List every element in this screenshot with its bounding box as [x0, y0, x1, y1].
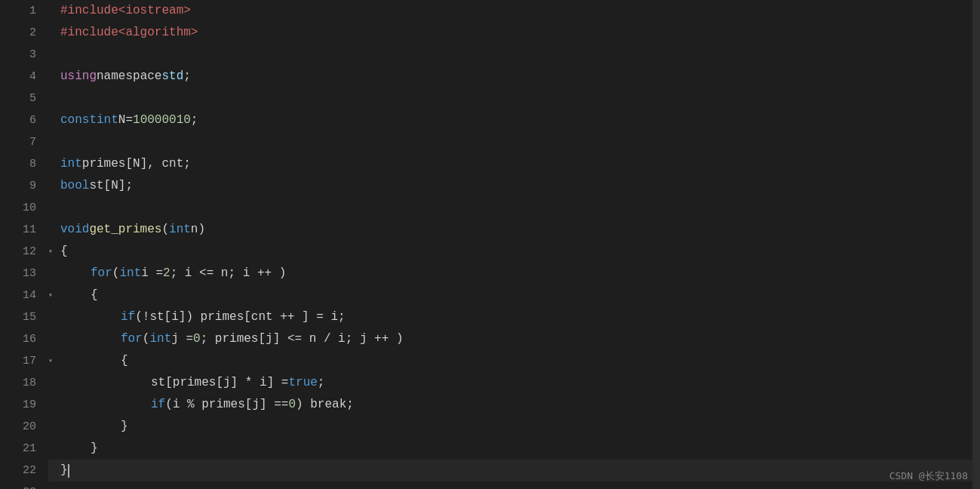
line-number: 1 — [18, 0, 36, 22]
token: i = — [141, 263, 163, 284]
token: 10000010 — [133, 109, 191, 131]
line-number: 15 — [18, 306, 36, 328]
code-editor: 1234567891011121314151617181920212223 #i… — [0, 0, 980, 489]
token: } — [121, 416, 128, 438]
token: 2 — [163, 263, 171, 284]
token: primes[N], cnt; — [82, 153, 191, 175]
code-line: const int N= 10000010; — [48, 109, 980, 131]
token: st[primes[j] * i] = — [151, 372, 288, 394]
line-number: 14 — [18, 284, 36, 306]
fold-arrow[interactable] — [48, 350, 60, 372]
code-line: #include <algorithm> — [48, 22, 980, 44]
token: bool — [60, 175, 89, 197]
line-number: 22 — [18, 460, 36, 481]
token: int — [149, 328, 171, 350]
token: int — [97, 109, 118, 131]
token: { — [60, 241, 68, 263]
token: ( — [143, 328, 150, 350]
fold-arrow[interactable] — [48, 241, 60, 263]
token: if — [151, 394, 165, 416]
token: } — [60, 460, 68, 481]
code-line — [48, 197, 980, 219]
line-number: 20 — [18, 416, 36, 438]
token: { — [91, 284, 98, 306]
token: st[N]; — [89, 175, 133, 197]
token: ; i <= n; i ++ ) — [171, 263, 287, 284]
line-number: 2 — [18, 22, 36, 44]
code-line: using namespace std; — [48, 66, 980, 88]
token: ; — [191, 109, 198, 131]
line-number: 23 — [18, 481, 36, 489]
token: const — [60, 109, 97, 131]
token: int — [60, 153, 82, 175]
token: (!st[i]) primes[cnt ++ ] = i; — [135, 306, 345, 328]
line-number: 17 — [18, 350, 36, 372]
token: ; — [318, 372, 325, 394]
line-number: 3 — [18, 44, 36, 66]
token: int — [169, 219, 191, 241]
code-line — [48, 131, 980, 153]
line-number: 11 — [18, 219, 36, 241]
token: ( — [161, 219, 169, 241]
token: namespace — [97, 66, 161, 88]
token: j = — [171, 328, 193, 350]
token: 0 — [193, 328, 201, 350]
token: { — [121, 350, 128, 372]
line-number: 13 — [18, 263, 36, 284]
token: ; primes[j] <= n / i; j ++ ) — [201, 328, 404, 350]
line-number: 10 — [18, 197, 36, 219]
token: #include — [60, 22, 118, 44]
watermark: CSDN @长安1108 — [889, 469, 968, 483]
line-number: 6 — [18, 109, 36, 131]
token: get_primes — [89, 219, 161, 241]
text-cursor — [68, 464, 69, 478]
code-line: bool st[N]; — [48, 175, 980, 197]
code-area: 1234567891011121314151617181920212223 #i… — [0, 0, 980, 489]
line-number: 19 — [18, 394, 36, 416]
token: for — [91, 263, 112, 284]
token: int — [119, 263, 141, 284]
token: void — [60, 219, 89, 241]
token: <algorithm> — [118, 22, 198, 44]
line-number: 18 — [18, 372, 36, 394]
token: ) break; — [296, 394, 354, 416]
code-line: #include <iostream> — [48, 0, 980, 22]
token: for — [121, 328, 143, 350]
code-line: void get_primes(int n) — [48, 219, 980, 241]
fold-arrow[interactable] — [48, 284, 60, 306]
line-number: 21 — [18, 438, 36, 460]
token: #include — [60, 0, 118, 22]
code-line — [48, 481, 980, 489]
token: if — [121, 306, 135, 328]
line-number: 5 — [18, 88, 36, 109]
line-number: 16 — [18, 328, 36, 350]
code-line: } — [48, 438, 980, 460]
code-line: if (i % primes[j] == 0) break; — [48, 394, 980, 416]
code-line: } — [48, 416, 980, 438]
token: N= — [118, 109, 133, 131]
line-numbers: 1234567891011121314151617181920212223 — [0, 0, 45, 489]
code-line: st[primes[j] * i] = true; — [48, 372, 980, 394]
code-line: { — [48, 241, 980, 263]
token: std — [161, 66, 183, 88]
token: 0 — [288, 394, 296, 416]
line-number: 12 — [18, 241, 36, 263]
code-line: } — [48, 460, 980, 481]
code-content[interactable]: #include <iostream>#include <algorithm>u… — [45, 0, 980, 489]
scrollbar[interactable] — [972, 0, 980, 489]
code-line: for (int i = 2; i <= n; i ++ ) — [48, 263, 980, 284]
code-line: { — [48, 284, 980, 306]
token: true — [288, 372, 317, 394]
code-line: int primes[N], cnt; — [48, 153, 980, 175]
line-number: 8 — [18, 153, 36, 175]
line-number: 4 — [18, 66, 36, 88]
line-number: 7 — [18, 131, 36, 153]
token: } — [91, 438, 98, 460]
code-line: { — [48, 350, 980, 372]
token: ; — [183, 66, 191, 88]
code-line: for (int j = 0; primes[j] <= n / i; j ++… — [48, 328, 980, 350]
token: ( — [112, 263, 120, 284]
token: <iostream> — [118, 0, 191, 22]
token: (i % primes[j] == — [165, 394, 288, 416]
token: n) — [191, 219, 205, 241]
